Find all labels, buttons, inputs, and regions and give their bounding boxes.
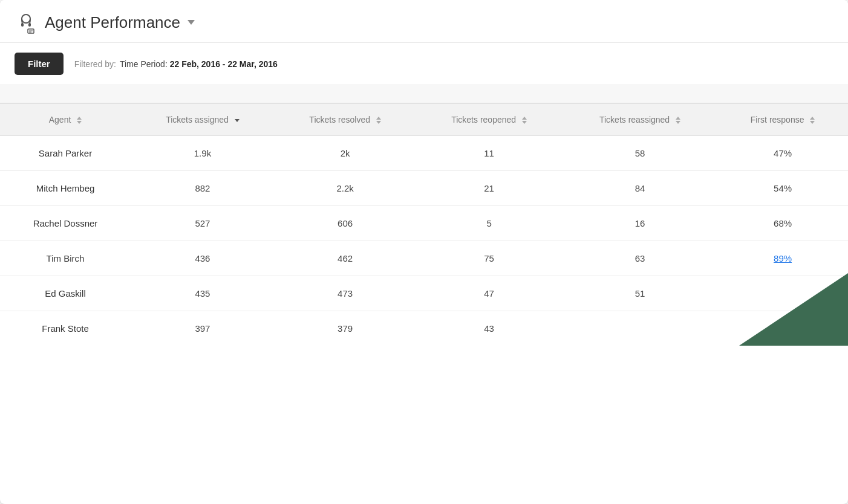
cell-tickets_resolved: 379 [275, 311, 416, 346]
filter-bar: Filter Filtered by: Time Period: 22 Feb,… [0, 43, 848, 85]
sort-tickets-assigned-icon [235, 119, 240, 122]
cell-tickets_resolved: 2.2k [275, 171, 416, 206]
cell-tickets_resolved: 2k [275, 136, 416, 171]
col-agent[interactable]: Agent [0, 104, 131, 136]
svg-point-0 [22, 15, 30, 23]
sort-tickets-resolved-icon [376, 117, 381, 124]
cell-tickets_resolved: 473 [275, 276, 416, 311]
col-tickets-assigned[interactable]: Tickets assigned [131, 104, 275, 136]
agent-performance-table: Agent Tickets assigned Tickets resolved [0, 103, 848, 346]
cell-agent: Frank Stote [0, 311, 131, 346]
svg-rect-2 [28, 23, 31, 27]
cell-tickets_reopened: 75 [416, 241, 563, 276]
cell-tickets_assigned: 436 [131, 241, 275, 276]
sort-agent-icon [77, 117, 82, 124]
table-row: Rachel Dossner52760651668% [0, 206, 848, 241]
time-period-label: Time Period: [120, 59, 168, 69]
cell-agent: Mitch Hembeg [0, 171, 131, 206]
spacer [0, 85, 848, 103]
cell-agent: Ed Gaskill [0, 276, 131, 311]
cell-tickets_reopened: 21 [416, 171, 563, 206]
page-header: Agent Performance [0, 0, 848, 43]
table-row: Frank Stote39737943 [0, 311, 848, 346]
cell-tickets_reassigned: 16 [563, 206, 717, 241]
table-header-row: Agent Tickets assigned Tickets resolved [0, 104, 848, 136]
cell-tickets_assigned: 397 [131, 311, 275, 346]
sort-first-response-icon [810, 117, 815, 124]
col-first-response[interactable]: First response [717, 104, 848, 136]
cell-tickets_reassigned: 51 [563, 276, 717, 311]
cell-tickets_reopened: 11 [416, 136, 563, 171]
cell-agent: Rachel Dossner [0, 206, 131, 241]
cell-tickets_assigned: 435 [131, 276, 275, 311]
cell-first_response [717, 276, 848, 311]
cell-tickets_reassigned: 63 [563, 241, 717, 276]
cell-tickets_reassigned: 84 [563, 171, 717, 206]
table-row: Tim Birch436462756389% [0, 241, 848, 276]
cell-tickets_reopened: 47 [416, 276, 563, 311]
cell-tickets_resolved: 606 [275, 206, 416, 241]
col-tickets-reassigned[interactable]: Tickets reassigned [563, 104, 717, 136]
table-row: Sarah Parker1.9k2k115847% [0, 136, 848, 171]
table-row: Ed Gaskill4354734751 [0, 276, 848, 311]
sort-tickets-reassigned-icon [676, 117, 680, 124]
table-wrapper: Agent Tickets assigned Tickets resolved [0, 103, 848, 346]
cell-tickets_assigned: 1.9k [131, 136, 275, 171]
cell-tickets_reopened: 5 [416, 206, 563, 241]
cell-first_response: 47% [717, 136, 848, 171]
page-title: Agent Performance [45, 13, 180, 32]
col-tickets-resolved[interactable]: Tickets resolved [275, 104, 416, 136]
cell-tickets_reassigned [563, 311, 717, 346]
cell-first_response: 68% [717, 206, 848, 241]
cell-tickets_reopened: 43 [416, 311, 563, 346]
filtered-by-label: Filtered by: [74, 59, 116, 69]
time-period-value: 22 Feb, 2016 - 22 Mar, 2016 [170, 59, 278, 69]
agent-icon [15, 11, 38, 34]
sort-tickets-reopened-icon [522, 117, 527, 124]
filter-time-period: Time Period: 22 Feb, 2016 - 22 Mar, 2016 [120, 59, 278, 69]
cell-tickets_reassigned: 58 [563, 136, 717, 171]
cell-tickets_resolved: 462 [275, 241, 416, 276]
cell-tickets_assigned: 882 [131, 171, 275, 206]
chevron-down-icon[interactable] [188, 20, 195, 25]
col-tickets-reopened[interactable]: Tickets reopened [416, 104, 563, 136]
filter-button[interactable]: Filter [15, 53, 64, 75]
cell-first_response [717, 311, 848, 346]
table-row: Mitch Hembeg8822.2k218454% [0, 171, 848, 206]
cell-first_response: 54% [717, 171, 848, 206]
cell-tickets_assigned: 527 [131, 206, 275, 241]
svg-rect-1 [21, 23, 24, 27]
cell-first_response[interactable]: 89% [717, 241, 848, 276]
cell-agent: Tim Birch [0, 241, 131, 276]
cell-agent: Sarah Parker [0, 136, 131, 171]
